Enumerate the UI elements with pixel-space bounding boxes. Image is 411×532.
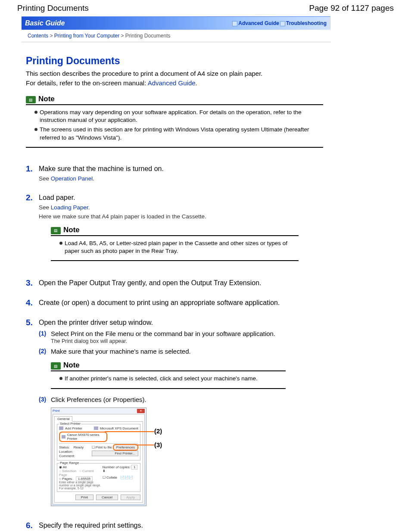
note-icon: ▤	[26, 96, 36, 103]
note-title: Note	[63, 226, 80, 234]
print-dialog-screenshot: Print ✕ General Select Printer	[51, 408, 146, 506]
find-printer-button: Find Printer...	[92, 451, 138, 456]
substep-1: Select Print on the File menu or the com…	[39, 330, 323, 344]
step-2: Load paper. See Loading Paper. Here we m…	[26, 194, 323, 261]
general-tab: General	[54, 416, 72, 422]
intro-line-1: This section describes the procedure to …	[26, 69, 323, 78]
substep-2: Make sure that your machine's name is se…	[39, 348, 323, 389]
note-title: Note	[63, 361, 80, 370]
intro-line-2-prefix: For details, refer to the on-screen manu…	[26, 79, 148, 87]
troubleshooting-link[interactable]: Troubleshooting	[280, 20, 327, 26]
page-indicator: Page 92 of 1127 pages	[309, 3, 394, 13]
note-bullet: The screens used in this section are for…	[34, 126, 323, 141]
substep-3: Click Preferences (or Properties). Print…	[39, 396, 323, 506]
step-4: Create (or open) a document to print usi…	[26, 299, 323, 307]
step-2-extra: Here we make sure that A4 plain paper is…	[39, 213, 323, 220]
step-6: Specify the required print settings.	[26, 522, 323, 529]
add-printer-item: Add Printer	[59, 426, 82, 431]
advanced-guide-link[interactable]: Advanced Guide	[232, 20, 279, 26]
loading-paper-link[interactable]: Loading Paper	[51, 204, 88, 211]
breadcrumb-current: Printing Documents	[125, 33, 171, 39]
operation-panel-link[interactable]: Operation Panel	[51, 175, 93, 182]
apply-button: Apply	[121, 495, 140, 500]
note-title: Note	[38, 95, 55, 103]
callout-3: (3)	[154, 441, 162, 448]
dialog-title: Print	[53, 409, 59, 413]
advanced-guide-inline-link[interactable]: Advanced Guide	[148, 79, 196, 87]
doc-title: Printing Documents	[17, 3, 89, 13]
cancel-button: Cancel	[96, 495, 118, 500]
step-5: Open the printer driver setup window. Se…	[26, 319, 323, 506]
print-button: Print	[75, 495, 93, 500]
step-3: Open the Paper Output Tray gently, and o…	[26, 279, 323, 287]
substep-1-note: The Print dialog box will appear.	[51, 338, 323, 344]
step-1: Make sure that the machine is turned on.…	[26, 165, 323, 182]
breadcrumb-printing-from[interactable]: Printing from Your Computer	[54, 33, 119, 39]
close-icon: ✕	[137, 409, 145, 413]
header-bar: Basic Guide Advanced Guide Troubleshooti…	[22, 16, 330, 30]
note-bullet: Load A4, B5, A5, or Letter-sized plain p…	[59, 240, 299, 255]
guide-title: Basic Guide	[25, 19, 65, 27]
selected-printer-highlight: Canon MX870 series Printer	[59, 432, 107, 442]
note-icon: ▤	[51, 227, 61, 234]
xps-printer-item: Microsoft XPS Document	[94, 426, 138, 431]
callout-2: (2)	[154, 427, 162, 435]
page-title: Printing Documents	[26, 55, 323, 67]
breadcrumb-contents[interactable]: Contents	[28, 33, 48, 39]
preferences-button-highlight: Preferences	[113, 444, 138, 451]
breadcrumb: Contents > Printing from Your Computer >…	[22, 30, 331, 42]
note-bullet: Operations may vary depending on your so…	[34, 109, 323, 124]
note-bullet: If another printer's name is selected, c…	[59, 375, 286, 383]
note-icon: ▤	[51, 362, 61, 370]
top-note: ▤ Note Operations may vary depending on …	[26, 95, 323, 148]
